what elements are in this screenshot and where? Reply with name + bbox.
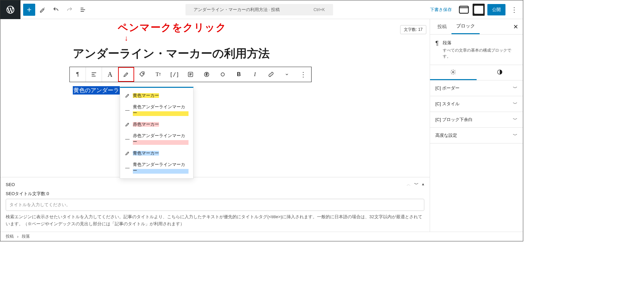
settings-sidebar: 投稿 ブロック ✕ ¶ 段落 すべての文章の基本の構成ブロックです。 [C] ボ… — [430, 19, 523, 232]
align-button[interactable] — [86, 67, 102, 82]
font-size-button[interactable]: TT — [150, 67, 166, 82]
redo-button[interactable] — [63, 4, 75, 16]
marker-label: 青色マーカー — [133, 150, 159, 156]
word-count-badge: 文字数: 17 — [400, 25, 426, 34]
topbar: アンダーライン・マーカーの利用方法 · 投稿 Ctrl+K 下書き保存 公開 ⋮ — [0, 0, 523, 19]
close-sidebar-button[interactable]: ✕ — [511, 21, 520, 33]
pen-icon — [125, 93, 130, 98]
svg-point-6 — [221, 73, 224, 76]
seo-title-input[interactable]: タイトルを入力してください。 — [6, 199, 424, 211]
document-outline-button[interactable] — [77, 4, 89, 16]
seo-next-icon[interactable]: ﹀ — [414, 181, 419, 187]
editor-area: ペンマークをクリック ↓ 文字数: 17 アンダーライン・マーカーの利用方法 ¶… — [0, 19, 430, 232]
marker-label: 赤色アンダーラインマーカー — [133, 133, 189, 145]
tab-block[interactable]: ブロック — [451, 19, 480, 34]
add-block-button[interactable] — [23, 4, 35, 16]
details-button[interactable] — [182, 67, 199, 82]
text-appearance-button[interactable]: A — [102, 67, 118, 82]
settings-tab[interactable] — [430, 65, 477, 80]
paragraph-block-icon[interactable]: ¶ — [70, 67, 86, 82]
more-rich-text-button[interactable]: › — [279, 67, 295, 82]
marker-dropdown: 黄色マーカー —黄色アンダーラインマーカー 赤色マーカー —赤色アンダーラインマ… — [120, 87, 194, 179]
chevron-right-icon: › — [17, 234, 18, 239]
marker-label: 黄色アンダーラインマーカー — [133, 104, 189, 116]
svg-rect-0 — [460, 6, 469, 13]
currency-button[interactable] — [199, 67, 215, 82]
selected-paragraph-text[interactable]: 黄色のアンダーラ — [73, 86, 120, 95]
marker-label: 青色アンダーラインマーカー — [133, 162, 189, 174]
section-border[interactable]: [C] ボーダー﹀ — [430, 80, 523, 96]
chevron-down-icon: ﹀ — [513, 117, 518, 123]
marker-option-blue[interactable]: 青色マーカー — [120, 148, 193, 159]
settings-sidebar-button[interactable] — [473, 4, 485, 16]
pen-icon — [125, 122, 130, 127]
breadcrumb-current: 段落 — [22, 234, 30, 239]
marker-label: 黄色マーカー — [133, 93, 159, 99]
block-info: ¶ 段落 すべての文章の基本の構成ブロックです。 — [430, 35, 523, 65]
marker-option-yellow[interactable]: 黄色マーカー — [120, 90, 193, 101]
seo-help-text: 検索エンジンに表示させたいタイトルを入力してください。記事のタイトルより、こちら… — [6, 214, 424, 228]
circle-button[interactable] — [215, 67, 231, 82]
italic-button[interactable]: I — [247, 67, 263, 82]
wordpress-logo[interactable] — [0, 0, 20, 19]
marker-option-red[interactable]: 赤色マーカー — [120, 119, 193, 130]
view-button[interactable] — [458, 4, 470, 16]
line-icon: — — [125, 136, 130, 141]
paragraph-icon: ¶ — [435, 40, 439, 59]
highlight-pen-button[interactable] — [118, 67, 134, 82]
chevron-down-icon: ﹀ — [513, 132, 518, 138]
block-toolbar: ¶ A TT [/] B I › ⋮ — [69, 67, 312, 82]
pen-icon — [125, 151, 130, 156]
marker-option-blue-underline[interactable]: —青色アンダーラインマーカー — [120, 159, 193, 176]
svg-point-3 — [143, 73, 144, 74]
document-title-text: アンダーライン・マーカーの利用方法 · 投稿 — [194, 7, 280, 13]
breadcrumb-root[interactable]: 投稿 — [6, 234, 14, 239]
section-style[interactable]: [C] スタイル﹀ — [430, 96, 523, 112]
svg-point-7 — [452, 71, 454, 73]
seo-prev-icon[interactable]: ︿ — [407, 181, 411, 187]
seo-title-count: SEOタイトル文字数:0 — [6, 191, 424, 197]
edit-tools-button[interactable] — [37, 4, 49, 16]
section-advanced[interactable]: 高度な設定﹀ — [430, 128, 523, 143]
undo-button[interactable] — [50, 4, 62, 16]
block-description: すべての文章の基本の構成ブロックです。 — [443, 47, 518, 59]
document-title-bar[interactable]: アンダーライン・マーカーの利用方法 · 投稿 Ctrl+K — [185, 4, 333, 15]
command-shortcut: Ctrl+K — [314, 7, 325, 12]
chevron-down-icon: ﹀ — [513, 101, 518, 107]
marker-option-red-underline[interactable]: —赤色アンダーラインマーカー — [120, 130, 193, 148]
block-more-options-button[interactable]: ⋮ — [295, 67, 311, 82]
block-name: 段落 — [443, 40, 518, 46]
svg-rect-2 — [479, 6, 483, 14]
bold-button[interactable]: B — [231, 67, 247, 82]
seo-panel: SEO ︿ ﹀ ▴ SEOタイトル文字数:0 タイトルを入力してください。 検索… — [0, 177, 430, 232]
marker-label: 赤色マーカー — [133, 121, 159, 127]
seo-collapse-icon[interactable]: ▴ — [422, 181, 424, 187]
post-title[interactable]: アンダーライン・マーカーの利用方法 — [73, 46, 363, 61]
more-options-button[interactable]: ⋮ — [508, 4, 520, 16]
publish-button[interactable]: 公開 — [487, 4, 505, 15]
section-margin[interactable]: [C] ブロック下余白﹀ — [430, 112, 523, 128]
block-breadcrumb: 投稿 › 段落 — [0, 232, 523, 241]
seo-heading: SEO — [6, 182, 15, 187]
tab-post[interactable]: 投稿 — [433, 20, 451, 34]
chevron-down-icon: ﹀ — [513, 85, 518, 91]
save-draft-button[interactable]: 下書き保存 — [427, 5, 455, 15]
shortcode-button[interactable]: [/] — [166, 67, 182, 82]
line-icon: — — [125, 165, 130, 170]
line-icon: — — [125, 107, 130, 113]
annotation-text: ペンマークをクリック — [118, 21, 226, 35]
styles-tab[interactable] — [477, 65, 523, 80]
link-button[interactable] — [263, 67, 279, 82]
tag-button[interactable] — [134, 67, 150, 82]
marker-option-yellow-underline[interactable]: —黄色アンダーラインマーカー — [120, 101, 193, 119]
annotation-arrow-icon: ↓ — [124, 34, 128, 43]
